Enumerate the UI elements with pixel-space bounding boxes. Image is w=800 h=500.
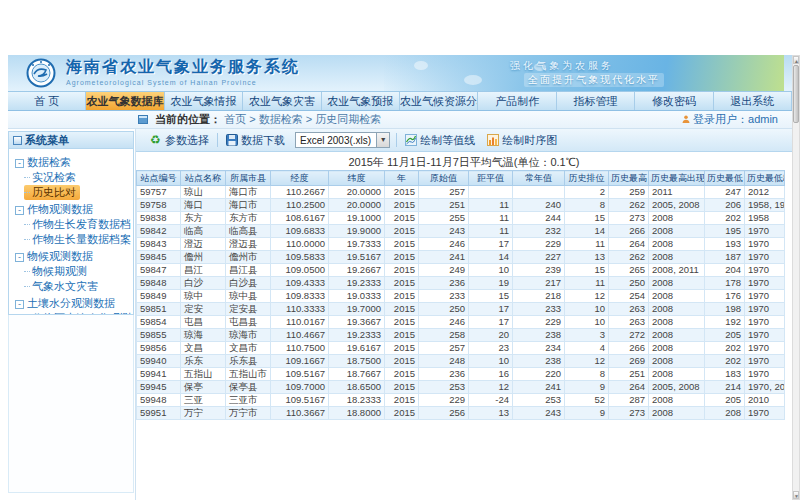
user-icon: [682, 111, 690, 119]
nav-item-3[interactable]: 农业气象情报: [165, 92, 243, 110]
nav-item-7[interactable]: 产品制作: [478, 92, 556, 110]
table-row-12[interactable]: 59855琼海琼海市110.466719.2333201525820238327…: [137, 329, 785, 342]
column-header-5[interactable]: 纬度: [329, 171, 385, 186]
cell: 109.5167: [271, 394, 329, 407]
nav-item-1[interactable]: 首 页: [8, 92, 86, 110]
cell: 定安: [181, 303, 226, 316]
nav-item-5[interactable]: 农业气象预报: [322, 92, 400, 110]
table-row-9[interactable]: 59849琼中琼中县109.833319.0333201523315218122…: [137, 290, 785, 303]
scrollbar-thumb[interactable]: [793, 65, 799, 123]
tree-item-2-2[interactable]: 作物生长量数据档案: [24, 232, 131, 247]
cell: 澄迈县: [226, 238, 271, 251]
column-header-12[interactable]: 历史最高出现的年份: [649, 171, 705, 186]
cell: 176: [705, 290, 745, 303]
cell: 253: [513, 394, 565, 407]
collapse-icon[interactable]: -: [15, 159, 24, 168]
tree-item-1-2[interactable]: 历史比对: [24, 185, 80, 200]
table-row-18[interactable]: 59951万宁万宁市110.366718.8000201525613243927…: [137, 407, 785, 420]
table-row-7[interactable]: 59847昌江昌江县109.050019.2667201524910239152…: [137, 264, 785, 277]
cell: 238: [513, 329, 565, 342]
cell: 109.4333: [271, 277, 329, 290]
table-row-3[interactable]: 59838东方东方市108.616719.1000201525511244152…: [137, 212, 785, 225]
banner-slogan-line2: 全面提升气象现代化水平: [524, 73, 664, 87]
tree-item-3-2[interactable]: 气象水文灾害: [24, 279, 131, 294]
cell: 19.7333: [329, 238, 385, 251]
column-header-13[interactable]: 历史最低: [705, 171, 745, 186]
cell: 万宁市: [226, 407, 271, 420]
tree-group-label[interactable]: -作物观测数据: [15, 202, 131, 217]
column-header-1[interactable]: 站点编号: [137, 171, 181, 186]
scroll-down-arrow[interactable]: ▼: [793, 491, 799, 499]
dropdown-arrow-icon[interactable]: ▼: [376, 133, 389, 147]
table-row-19[interactable]: 59954陵水陵水县110.033318.5000201525810248112…: [137, 420, 785, 421]
sidebar-menu-panel: 系统菜单 -数据检索实况检索历史比对-作物观测数据作物生长发育数据档案作物生长量…: [8, 131, 134, 315]
table-row-8[interactable]: 59848白沙白沙县109.433319.2333201523619217112…: [137, 277, 785, 290]
param-select-button[interactable]: ♻ 参数选择: [144, 131, 215, 150]
nav-item-8[interactable]: 指标管理: [557, 92, 635, 110]
table-row-14[interactable]: 59940乐东乐东县109.166718.7500201524810238122…: [137, 355, 785, 368]
column-header-4[interactable]: 经度: [271, 171, 329, 186]
cell: 59851: [137, 303, 181, 316]
scroll-up-arrow[interactable]: ▲: [793, 56, 799, 64]
collapse-icon[interactable]: -: [15, 253, 24, 262]
table-row-1[interactable]: 59757琼山海口市110.266720.0000201525722592011…: [137, 186, 785, 199]
vertical-scrollbar[interactable]: ▲ ▼: [792, 55, 800, 500]
tree-group-label[interactable]: -数据检索: [15, 155, 131, 170]
cell: 59849: [137, 290, 181, 303]
table-row-5[interactable]: 59843澄迈澄迈县110.000019.7333201524617229112…: [137, 238, 785, 251]
table-row-11[interactable]: 59854屯昌屯昌县110.016719.3667201524617229102…: [137, 316, 785, 329]
nav-item-4[interactable]: 农业气象灾害: [243, 92, 321, 110]
cell: 19.2333: [329, 329, 385, 342]
cell: 昌江: [181, 264, 226, 277]
cell: 110.7500: [271, 342, 329, 355]
cell: 229: [513, 316, 565, 329]
table-row-15[interactable]: 59941五指山五指山市109.516718.76672015236162208…: [137, 368, 785, 381]
column-header-3[interactable]: 所属市县: [226, 171, 271, 186]
table-row-17[interactable]: 59948三亚三亚市109.516718.23332015229-2425352…: [137, 394, 785, 407]
cell: 1970, 2000: [745, 381, 785, 394]
column-header-2[interactable]: 站点名称: [181, 171, 226, 186]
collapse-icon[interactable]: -: [15, 300, 24, 309]
table-row-6[interactable]: 59845儋州儋州市109.583319.5167201524114227132…: [137, 251, 785, 264]
cell: 2015: [385, 277, 419, 290]
breadcrumb-bar: 当前的位置： 首页 > 数据检索 > 历史同期检索 登录用户：admin: [8, 111, 792, 129]
tree-item-2-1[interactable]: 作物生长发育数据档案: [24, 217, 131, 232]
column-header-10[interactable]: 历史排位: [565, 171, 609, 186]
nav-item-2[interactable]: 农业气象数据库: [86, 92, 164, 110]
column-header-11[interactable]: 历史最高: [609, 171, 649, 186]
table-row-2[interactable]: 59758海口海口市110.250020.0000201525111240826…: [137, 199, 785, 212]
cell: 陵水县: [226, 420, 271, 421]
breadcrumb[interactable]: 首页 > 数据检索 > 历史同期检索: [224, 113, 381, 125]
nav-item-6[interactable]: 农业气候资源分析: [400, 92, 478, 110]
cell: 2015: [385, 407, 419, 420]
tree-item-3-1[interactable]: 物候期观测: [24, 264, 131, 279]
tree-group-label[interactable]: -物候观测数据: [15, 249, 131, 264]
cell: 2015: [385, 225, 419, 238]
column-header-9[interactable]: 常年值: [513, 171, 565, 186]
column-header-8[interactable]: 距平值: [469, 171, 513, 186]
cell: 琼海市: [226, 329, 271, 342]
table-row-16[interactable]: 59945保亭保亭县109.700018.6500201525312241926…: [137, 381, 785, 394]
data-download-button[interactable]: 数据下载: [220, 131, 291, 150]
nav-item-9[interactable]: 修改密码: [635, 92, 713, 110]
table-row-13[interactable]: 59856文昌文昌市110.750019.6167201525723234426…: [137, 342, 785, 355]
cell: 8: [565, 199, 609, 212]
cell: 243: [513, 407, 565, 420]
nav-item-10[interactable]: 退出系统: [714, 92, 792, 110]
draw-timeseries-button[interactable]: 绘制时序图: [481, 131, 563, 150]
cell: 233: [419, 290, 469, 303]
column-header-6[interactable]: 年: [385, 171, 419, 186]
format-select[interactable]: Excel 2003(.xls) ▼: [295, 132, 390, 148]
column-header-7[interactable]: 原始值: [419, 171, 469, 186]
draw-contour-button[interactable]: 绘制等值线: [399, 131, 481, 150]
table-title: 2015年 11月1日-11月7日平均气温(单位：0.1℃): [136, 156, 792, 170]
cell: 临高县: [226, 225, 271, 238]
table-clip: 站点编号站点名称所属市县经度纬度年原始值距平值常年值历史排位历史最高历史最高出现…: [136, 170, 791, 420]
table-row-4[interactable]: 59842临高临高县109.683319.9000201524311232142…: [137, 225, 785, 238]
column-header-14[interactable]: 历史最低出现的年份: [745, 171, 785, 186]
tree-item-1-1[interactable]: 实况检索: [24, 170, 131, 185]
table-row-10[interactable]: 59851定安定安县110.333319.7000201525017233102…: [137, 303, 785, 316]
collapse-icon[interactable]: -: [15, 206, 24, 215]
cell: 万宁: [181, 407, 226, 420]
tree-group-label[interactable]: -土壤水分观测数据: [15, 296, 131, 311]
